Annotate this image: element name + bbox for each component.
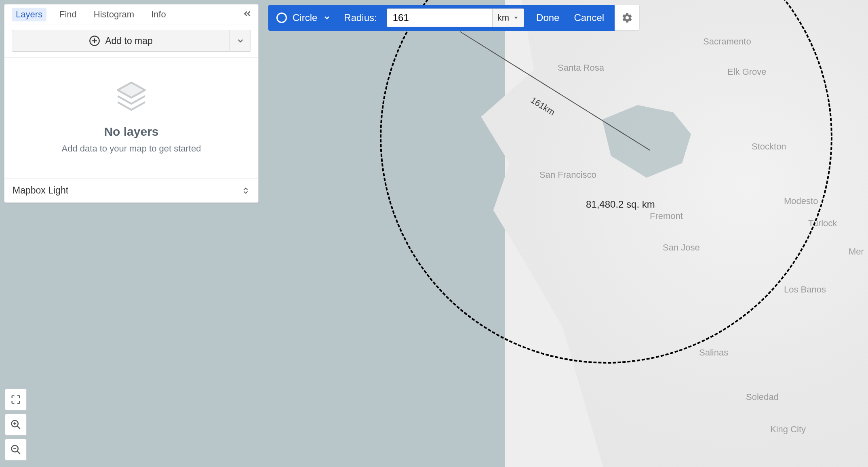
empty-title: No layers xyxy=(13,125,250,139)
tab-info[interactable]: Info xyxy=(147,8,170,21)
city-label: Sacramento xyxy=(703,36,751,47)
add-to-map-label: Add to map xyxy=(105,36,153,46)
add-to-map-row: Add to map xyxy=(4,25,258,58)
svg-marker-4 xyxy=(514,17,518,19)
add-to-map-button[interactable]: Add to map xyxy=(12,30,230,52)
zoom-in-icon xyxy=(10,419,21,430)
city-label: Soledad xyxy=(746,392,779,402)
area-annotation: 81,480.2 sq. km xyxy=(586,199,655,210)
fit-bounds-button[interactable] xyxy=(5,389,27,410)
svg-marker-3 xyxy=(118,82,145,98)
city-label: Stockton xyxy=(752,141,786,152)
layers-empty-state: No layers Add data to your map to get st… xyxy=(4,58,258,179)
fullscreen-icon xyxy=(10,394,21,405)
svg-line-6 xyxy=(17,426,20,429)
circle-shape-icon xyxy=(276,13,287,23)
radius-input-group: km xyxy=(387,8,524,27)
tab-histogram[interactable]: Histogram xyxy=(90,8,138,21)
sidebar-tabs: Layers Find Histogram Info xyxy=(4,4,258,25)
empty-subtitle: Add data to your map to get started xyxy=(13,143,250,154)
sort-icon xyxy=(241,186,250,195)
city-label: Turlock xyxy=(808,218,837,229)
basemap-label: Mapbox Light xyxy=(13,185,68,196)
city-label: Mer xyxy=(849,246,864,257)
sidebar-panel: Layers Find Histogram Info Add to map No… xyxy=(4,4,259,203)
gear-icon xyxy=(622,12,633,23)
city-label: Salinas xyxy=(699,347,728,358)
cancel-button[interactable]: Cancel xyxy=(571,12,607,23)
svg-line-10 xyxy=(17,451,20,454)
unit-selector[interactable]: km xyxy=(492,9,524,27)
caret-down-icon xyxy=(513,15,519,21)
city-label: King City xyxy=(770,424,806,435)
shape-toolbar: Circle Radius: km Done Cancel xyxy=(268,5,640,31)
plus-circle-icon xyxy=(89,35,100,46)
city-label: Modesto xyxy=(784,196,818,206)
city-label: Elk Grove xyxy=(727,67,767,77)
zoom-out-button[interactable] xyxy=(5,439,27,461)
add-to-map-caret[interactable] xyxy=(230,30,251,52)
tab-layers[interactable]: Layers xyxy=(12,8,46,21)
radius-field-label: Radius: xyxy=(344,12,377,23)
shape-selector[interactable]: Circle xyxy=(276,12,331,23)
done-button[interactable]: Done xyxy=(534,12,562,23)
settings-button[interactable] xyxy=(615,5,640,31)
city-label: Los Banos xyxy=(784,284,826,295)
radius-input[interactable] xyxy=(387,9,492,27)
tab-find[interactable]: Find xyxy=(55,8,81,21)
layers-stack-icon xyxy=(113,78,150,114)
zoom-out-icon xyxy=(10,444,21,455)
city-label: Fremont xyxy=(650,211,683,221)
city-label: San Jose xyxy=(663,242,700,253)
zoom-in-button[interactable] xyxy=(5,414,27,435)
city-label: Santa Rosa xyxy=(558,63,604,73)
shape-label: Circle xyxy=(293,12,317,23)
unit-label: km xyxy=(497,13,509,23)
chevrons-left-icon[interactable] xyxy=(242,8,253,19)
basemap-selector[interactable]: Mapbox Light xyxy=(4,179,258,202)
chevron-down-icon xyxy=(323,14,331,22)
city-label: San Francisco xyxy=(539,170,596,180)
shape-toolbar-main: Circle Radius: km Done Cancel xyxy=(268,5,615,31)
